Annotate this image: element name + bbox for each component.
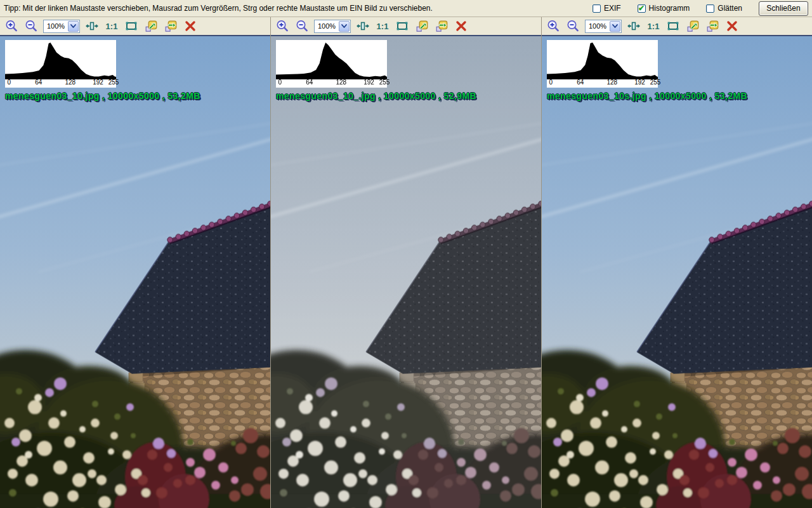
one-to-one-label: 1:1: [106, 22, 118, 31]
close-image-icon: [726, 20, 738, 32]
histogram-plot: [547, 40, 658, 79]
histogram-plot: [5, 40, 116, 79]
apply-view-to-all-button[interactable]: [434, 18, 449, 34]
histogram-axis-label: 128: [607, 79, 618, 86]
one-to-one-label: 1:1: [648, 22, 660, 31]
fit-to-window-icon: [666, 19, 680, 33]
comparison-panels: 100% 1:1: [0, 17, 812, 508]
apply-view-to-image-button[interactable]: [414, 18, 429, 34]
exif-checkbox-label: EXIF: [604, 4, 621, 13]
chevron-down-icon[interactable]: [610, 21, 620, 32]
histogram-overlay: 064128192255: [5, 40, 116, 88]
fit-to-window-button[interactable]: [124, 18, 139, 34]
image-info-text: menesguen03_10.jpg , 10000x5000 , 53,2MB: [5, 91, 200, 101]
apply-view-to-all-button[interactable]: [163, 18, 178, 34]
tip-text: Tipp: Mit der linken Maustaste verschieb…: [4, 4, 586, 13]
one-to-one-button[interactable]: 1:1: [104, 18, 119, 34]
histogram-axis-label: 64: [577, 79, 584, 86]
close-image-button[interactable]: [724, 18, 740, 34]
histogram-axis-label: 255: [108, 79, 119, 86]
fit-width-icon: [627, 19, 641, 33]
zoom-out-icon: [295, 19, 309, 33]
histogramm-checkbox-label: Histogramm: [649, 4, 690, 13]
zoom-out-icon: [24, 19, 38, 33]
zoom-level-select[interactable]: 100%: [314, 20, 351, 33]
apply-view-to-image-button[interactable]: [685, 18, 700, 34]
histogram-axis: 064128192255: [276, 79, 387, 88]
close-image-icon: [184, 20, 197, 32]
image-panel-2: 100% 1:1: [271, 17, 541, 508]
zoom-in-button[interactable]: [275, 18, 290, 34]
zoom-in-icon: [546, 19, 560, 33]
histogram-axis-label: 64: [306, 79, 313, 86]
fit-width-button[interactable]: [626, 18, 641, 34]
photo-viewport[interactable]: 064128192255 menesguen03_10_.jpg , 10000…: [271, 35, 541, 508]
checkbox-exif[interactable]: EXIF: [593, 4, 621, 13]
histogram-axis-label: 192: [363, 79, 374, 86]
fit-to-window-button[interactable]: [395, 18, 410, 34]
zoom-level-value: 100%: [44, 22, 68, 30]
histogram-overlay: 064128192255: [547, 40, 658, 88]
panel-toolbar: 100% 1:1: [0, 17, 270, 35]
zoom-in-button[interactable]: [4, 18, 19, 34]
histogram-axis-label: 64: [35, 79, 42, 86]
zoom-in-icon: [275, 19, 289, 33]
fit-width-icon: [85, 19, 99, 33]
fit-to-window-icon: [124, 19, 138, 33]
chevron-down-icon[interactable]: [339, 21, 350, 32]
tip-bar: Tipp: Mit der linken Maustaste verschieb…: [0, 0, 812, 17]
zoom-level-select[interactable]: 100%: [585, 20, 622, 33]
histogram-overlay: 064128192255: [276, 40, 387, 88]
checkbox-histogramm[interactable]: ✔ Histogramm: [638, 4, 690, 13]
zoom-in-icon: [4, 19, 18, 33]
apply-view-to-image-icon: [144, 18, 158, 34]
fit-width-button[interactable]: [84, 18, 100, 34]
histogram-axis-label: 192: [634, 79, 645, 86]
apply-view-to-all-icon: [705, 18, 719, 34]
close-image-button[interactable]: [183, 18, 198, 34]
histogramm-checkbox-box[interactable]: ✔: [638, 4, 646, 13]
one-to-one-button[interactable]: 1:1: [375, 18, 390, 34]
zoom-level-select[interactable]: 100%: [43, 20, 80, 33]
histogram-axis-label: 255: [379, 79, 390, 86]
zoom-level-value: 100%: [586, 22, 610, 30]
chevron-down-icon[interactable]: [68, 21, 79, 32]
fit-width-button[interactable]: [355, 18, 370, 34]
apply-view-to-image-button[interactable]: [143, 18, 159, 34]
zoom-out-button[interactable]: [23, 18, 39, 34]
panel-toolbar: 100% 1:1: [271, 17, 541, 35]
glaetten-checkbox-label: Glätten: [717, 4, 742, 13]
photo-viewport[interactable]: 064128192255 menesguen03_10s.jpg , 10000…: [542, 35, 812, 508]
fit-to-window-button[interactable]: [665, 18, 681, 34]
zoom-out-button[interactable]: [565, 18, 580, 34]
histogram-axis-label: 255: [650, 79, 661, 86]
apply-view-to-image-icon: [415, 18, 429, 34]
histogram-axis-label: 128: [336, 79, 347, 86]
glaetten-checkbox-box[interactable]: [706, 4, 714, 13]
photo-viewport[interactable]: 064128192255 menesguen03_10.jpg , 10000x…: [0, 35, 270, 508]
histogram-axis-label: 0: [8, 79, 11, 86]
close-button[interactable]: Schließen: [759, 1, 808, 16]
apply-view-to-image-icon: [686, 18, 700, 34]
histogram-axis-label: 0: [549, 79, 553, 86]
histogram-plot: [276, 40, 387, 79]
panel-toolbar: 100% 1:1: [542, 17, 812, 35]
apply-view-to-all-icon: [164, 18, 178, 34]
close-image-button[interactable]: [454, 18, 469, 34]
image-info-text: menesguen03_10s.jpg , 10000x5000 , 53,2M…: [547, 91, 747, 101]
zoom-in-button[interactable]: [546, 18, 561, 34]
apply-view-to-all-button[interactable]: [705, 18, 720, 34]
check-icon: ✔: [638, 4, 645, 12]
zoom-out-button[interactable]: [294, 18, 310, 34]
exif-checkbox-box[interactable]: [593, 4, 601, 13]
checkbox-glaetten[interactable]: Glätten: [706, 4, 742, 13]
zoom-level-value: 100%: [315, 22, 339, 30]
one-to-one-button[interactable]: 1:1: [646, 18, 661, 34]
apply-view-to-all-icon: [435, 18, 449, 34]
zoom-out-icon: [566, 19, 580, 33]
close-image-icon: [455, 20, 468, 32]
one-to-one-label: 1:1: [377, 22, 389, 31]
tip-controls: EXIF ✔ Histogramm Glätten Schließen: [593, 1, 809, 16]
image-panel-1: 100% 1:1: [0, 17, 270, 508]
histogram-axis: 064128192255: [547, 79, 658, 88]
